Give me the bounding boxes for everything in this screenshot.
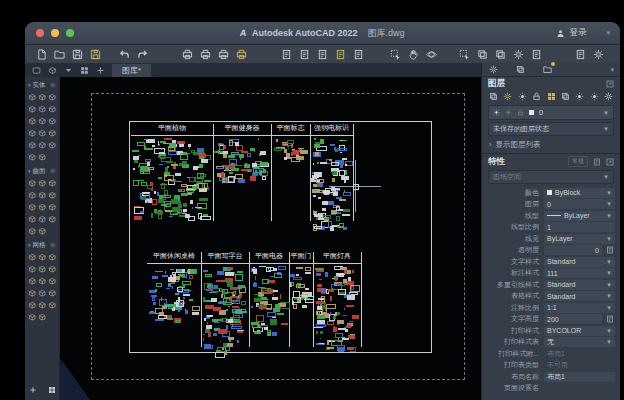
property-field[interactable]: 布局1 <box>544 372 615 382</box>
panel-chevron-icon[interactable]: ▾ <box>610 66 614 74</box>
property-field[interactable]: 无▼ <box>544 337 615 347</box>
palette-tool-button[interactable] <box>47 213 57 225</box>
section-gear-icon[interactable] <box>50 82 56 89</box>
palette-tool-button[interactable] <box>47 103 57 115</box>
plot-button[interactable] <box>180 47 195 61</box>
quick-properties-icon[interactable] <box>593 158 601 166</box>
palette-tool-button[interactable] <box>47 177 57 189</box>
palette-tool-button[interactable] <box>47 275 57 287</box>
property-field[interactable]: 1:1▼ <box>544 303 615 313</box>
free-orbit-button[interactable] <box>424 47 439 61</box>
palette-tool-button[interactable] <box>37 263 47 275</box>
folder-icon[interactable] <box>542 64 553 75</box>
palette-tool-button[interactable] <box>47 263 57 275</box>
layer-isolate-icon[interactable] <box>574 91 585 102</box>
palette-tool-button[interactable] <box>37 151 47 163</box>
palette-tool-button[interactable] <box>27 225 37 237</box>
palette-tool-button[interactable] <box>47 115 57 127</box>
property-field[interactable]: 200 <box>544 314 602 324</box>
zoom-button[interactable] <box>66 29 74 37</box>
palette-tool-button[interactable] <box>27 275 37 287</box>
edit-doc-button[interactable] <box>297 47 312 61</box>
property-field[interactable]: Standard▼ <box>544 291 615 301</box>
palette-tool-button[interactable] <box>37 287 47 299</box>
drawing-tab[interactable]: 图库* <box>112 64 151 77</box>
palette-tool-button[interactable] <box>37 139 47 151</box>
palette-tool-button[interactable] <box>27 151 37 163</box>
drawing-canvas[interactable]: 平面植物平面健身器平面标志强弱电标识平面休闲桌椅平面写字台平面电器平面门平面灯具 <box>60 77 482 400</box>
palette-tool-button[interactable] <box>47 287 57 299</box>
palette-tool-button[interactable] <box>27 213 37 225</box>
palette-tool-button[interactable] <box>47 91 57 103</box>
plot-preview-button[interactable] <box>198 47 213 61</box>
layer-state-icon[interactable] <box>502 91 513 102</box>
new-file-button[interactable] <box>34 47 49 61</box>
palette-tool-button[interactable] <box>37 213 47 225</box>
palette-tool-button[interactable] <box>27 189 37 201</box>
palette-tool-button[interactable] <box>47 251 57 263</box>
section-gear-icon[interactable] <box>50 242 56 249</box>
palette-tool-button[interactable] <box>27 201 37 213</box>
palette-tool-button[interactable] <box>27 127 37 139</box>
palette-tool-button[interactable] <box>27 91 37 103</box>
palette-tool-button[interactable] <box>37 311 47 323</box>
sheet-set-button[interactable] <box>529 47 544 61</box>
palette-tool-button[interactable] <box>37 91 47 103</box>
publish-doc-button[interactable] <box>351 47 366 61</box>
section-caret-icon[interactable]: ▾ <box>28 168 31 174</box>
field-extra-icon[interactable] <box>604 245 615 255</box>
layout-grid-icon[interactable] <box>78 65 90 76</box>
property-field[interactable]: ByBlock▼ <box>544 188 615 198</box>
palette-tool-button[interactable] <box>37 225 47 237</box>
palette-tool-button[interactable] <box>27 139 37 151</box>
close-button[interactable] <box>36 29 44 37</box>
open-folder-button[interactable] <box>52 47 67 61</box>
property-field[interactable]: BYCOLOR▼ <box>544 326 615 336</box>
layer-freeze-icon[interactable] <box>517 91 528 102</box>
palettes-icon[interactable] <box>515 64 526 75</box>
properties-detach-icon[interactable] <box>606 158 614 166</box>
zoom-window-button[interactable] <box>388 47 403 61</box>
palette-tool-button[interactable] <box>27 251 37 263</box>
palette-tool-button[interactable] <box>47 299 57 311</box>
undo-button[interactable] <box>117 47 132 61</box>
palette-menu-icon[interactable] <box>47 385 57 395</box>
property-field[interactable]: ByLayer▼ <box>544 211 615 221</box>
palette-tool-button[interactable] <box>27 263 37 275</box>
measure-button[interactable] <box>457 47 472 61</box>
section-caret-icon[interactable]: ▾ <box>28 82 31 88</box>
section-gear-icon[interactable] <box>50 168 56 175</box>
palette-tool-button[interactable] <box>47 201 57 213</box>
palette-tool-button[interactable] <box>37 299 47 311</box>
settings-button[interactable] <box>591 47 606 61</box>
property-field[interactable]: Standard▼ <box>544 257 615 267</box>
property-field[interactable]: ByLayer▼ <box>544 234 615 244</box>
pan-hand-button[interactable] <box>406 47 421 61</box>
minimize-button[interactable] <box>51 29 59 37</box>
ucs-icon[interactable] <box>46 65 58 76</box>
palette-tool-button[interactable] <box>27 115 37 127</box>
palette-tool-button[interactable] <box>37 251 47 263</box>
viewport-icon[interactable] <box>30 65 42 76</box>
selection-dropdown[interactable]: 图纸空间 ▼ <box>488 170 614 184</box>
palette-tool-button[interactable] <box>37 115 47 127</box>
field-extra-icon[interactable] <box>604 314 615 324</box>
import-doc-button[interactable] <box>315 47 330 61</box>
views-caret-icon[interactable] <box>62 65 74 76</box>
layer-lock-icon[interactable] <box>531 91 542 102</box>
purge-button[interactable] <box>573 47 588 61</box>
palette-tool-button[interactable] <box>37 189 47 201</box>
palette-tool-button[interactable] <box>37 103 47 115</box>
new-tab-icon[interactable] <box>94 65 106 76</box>
palette-tool-button[interactable] <box>47 139 57 151</box>
new-layer-icon[interactable] <box>488 91 499 102</box>
layer-off-icon[interactable] <box>589 91 600 102</box>
batch-plot-button[interactable] <box>234 47 249 61</box>
settings-icon[interactable] <box>488 64 499 75</box>
palette-tool-button[interactable] <box>27 311 37 323</box>
save-as-button[interactable] <box>88 47 103 61</box>
point-style-button[interactable] <box>511 47 526 61</box>
palette-tool-button[interactable] <box>37 177 47 189</box>
palette-tool-button[interactable] <box>47 189 57 201</box>
page-setup-button[interactable] <box>216 47 231 61</box>
